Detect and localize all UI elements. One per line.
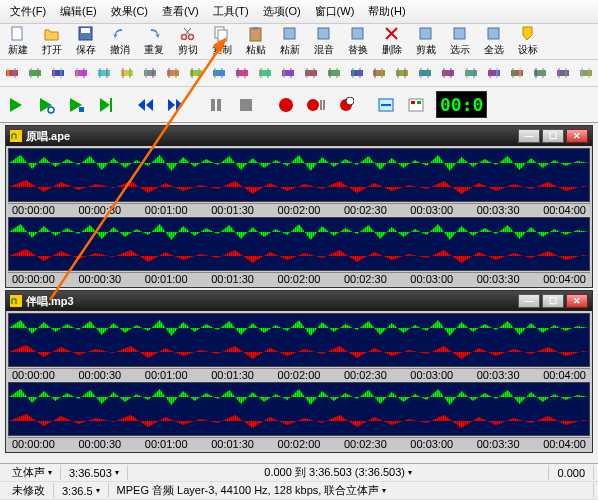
record-pause-button[interactable]: [302, 93, 330, 117]
tool-13[interactable]: [300, 62, 322, 84]
tool-25[interactable]: [575, 62, 597, 84]
tool-24[interactable]: [552, 62, 574, 84]
settings-button[interactable]: [402, 93, 430, 117]
select-all-icon: [486, 26, 502, 42]
tool-icon: [120, 66, 134, 80]
forward-button[interactable]: [162, 93, 190, 117]
ruler-tick: 00:03:30: [477, 369, 520, 381]
maximize-button[interactable]: ☐: [542, 294, 564, 308]
tool-21[interactable]: [483, 62, 505, 84]
tool-0[interactable]: [1, 62, 23, 84]
track2-titlebar[interactable]: 伴唱.mp3 — ☐ ✕: [6, 291, 592, 311]
paste-new-button[interactable]: 粘新: [273, 25, 307, 58]
tool-19[interactable]: [437, 62, 459, 84]
ruler-tick: 00:00:00: [12, 369, 55, 381]
copy-icon: [214, 26, 230, 42]
selection-range[interactable]: 0.000 到 3:36.503 (3:36.503): [128, 465, 550, 480]
cut-button[interactable]: 剪切: [171, 25, 205, 58]
tool-6[interactable]: [139, 62, 161, 84]
mix-button[interactable]: 混音: [307, 25, 341, 58]
tool-11[interactable]: [254, 62, 276, 84]
copy-button[interactable]: 复制: [205, 25, 239, 58]
play-to-end-button[interactable]: [92, 93, 120, 117]
channel-selector[interactable]: 立体声: [4, 465, 61, 480]
track2-ruler-top[interactable]: 00:00:0000:00:3000:01:0000:01:3000:02:00…: [8, 368, 590, 381]
svg-marker-106: [138, 99, 145, 111]
menu-effects[interactable]: 效果(C): [105, 2, 154, 21]
close-button[interactable]: ✕: [566, 294, 588, 308]
track1-ruler-bottom[interactable]: 00:00:0000:00:3000:01:0000:01:3000:02:00…: [8, 272, 590, 285]
menu-file[interactable]: 文件(F): [4, 2, 52, 21]
tool-15[interactable]: [346, 62, 368, 84]
svg-rect-3: [81, 28, 90, 33]
tool-23[interactable]: [529, 62, 551, 84]
tool-icon: [579, 66, 593, 80]
open-button[interactable]: 打开: [35, 25, 69, 58]
track2-waveform-bottom[interactable]: [8, 382, 590, 436]
tool-3[interactable]: [70, 62, 92, 84]
tool-12[interactable]: [277, 62, 299, 84]
statusbar: 立体声 3:36.503 0.000 到 3:36.503 (3:36.503)…: [0, 463, 598, 500]
play-button[interactable]: [2, 93, 30, 117]
minimize-button[interactable]: —: [518, 129, 540, 143]
close-button[interactable]: ✕: [566, 129, 588, 143]
paste-button[interactable]: 粘贴: [239, 25, 273, 58]
track1-waveform-bottom[interactable]: [8, 217, 590, 271]
record-button[interactable]: [272, 93, 300, 117]
menu-edit[interactable]: 编辑(E): [54, 2, 103, 21]
pause-button[interactable]: [202, 93, 230, 117]
tool-14[interactable]: [323, 62, 345, 84]
tool-7[interactable]: [162, 62, 184, 84]
play-section-button[interactable]: [62, 93, 90, 117]
tool-22[interactable]: [506, 62, 528, 84]
minimize-button[interactable]: —: [518, 294, 540, 308]
tool-icon: [212, 66, 226, 80]
redo-button[interactable]: 重复: [137, 25, 171, 58]
replace-button[interactable]: 替换: [341, 25, 375, 58]
tool-10[interactable]: [231, 62, 253, 84]
tool-17[interactable]: [391, 62, 413, 84]
format-info[interactable]: MPEG 音频 Layer-3, 44100 Hz, 128 kbps, 联合立…: [109, 483, 594, 498]
tool-9[interactable]: [208, 62, 230, 84]
view-options-button[interactable]: [372, 93, 400, 117]
track2-ruler-bottom[interactable]: 00:00:0000:00:3000:01:0000:01:3000:02:00…: [8, 437, 590, 450]
ruler-tick: 00:00:00: [12, 273, 55, 285]
select-button[interactable]: 选示: [443, 25, 477, 58]
time-display-2[interactable]: 3:36.5: [54, 483, 109, 498]
tool-2[interactable]: [47, 62, 69, 84]
record-timer-button[interactable]: [332, 93, 360, 117]
track1-ruler-top[interactable]: 00:00:0000:00:3000:01:0000:01:3000:02:00…: [8, 203, 590, 216]
tool-5[interactable]: [116, 62, 138, 84]
time-display-1[interactable]: 3:36.503: [61, 465, 128, 480]
tool-1[interactable]: [24, 62, 46, 84]
stop-button[interactable]: [232, 93, 260, 117]
tool-16[interactable]: [369, 62, 391, 84]
maximize-button[interactable]: ☐: [542, 129, 564, 143]
tool-20[interactable]: [460, 62, 482, 84]
marker-button[interactable]: 设标: [511, 25, 545, 58]
label: 粘贴: [246, 43, 266, 57]
track1-titlebar[interactable]: 原唱.ape — ☐ ✕: [6, 126, 592, 146]
svg-point-114: [307, 99, 319, 111]
redo-icon: [146, 26, 162, 42]
undo-button[interactable]: 撤消: [103, 25, 137, 58]
save-button[interactable]: 保存: [69, 25, 103, 58]
new-button[interactable]: 新建: [1, 25, 35, 58]
delete-button[interactable]: 删除: [375, 25, 409, 58]
menu-window[interactable]: 窗口(W): [309, 2, 361, 21]
tool-8[interactable]: [185, 62, 207, 84]
menu-view[interactable]: 查看(V): [156, 2, 205, 21]
rewind-button[interactable]: [132, 93, 160, 117]
menu-options[interactable]: 选项(O): [257, 2, 307, 21]
track1-waveform-top[interactable]: [8, 148, 590, 202]
tool-4[interactable]: [93, 62, 115, 84]
svg-rect-112: [240, 99, 252, 111]
track2-waveform-top[interactable]: [8, 313, 590, 367]
tool-18[interactable]: [414, 62, 436, 84]
trim-button[interactable]: 剪裁: [409, 25, 443, 58]
select-all-button[interactable]: 全选: [477, 25, 511, 58]
menu-tools[interactable]: 工具(T): [207, 2, 255, 21]
svg-rect-14: [352, 28, 363, 39]
play-loop-button[interactable]: [32, 93, 60, 117]
menu-help[interactable]: 帮助(H): [362, 2, 411, 21]
